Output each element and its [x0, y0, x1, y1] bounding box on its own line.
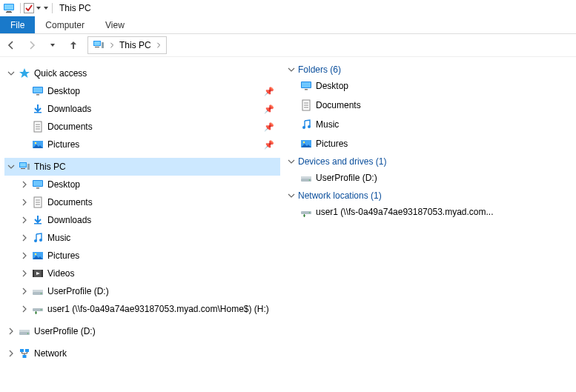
title-bar: This PC [0, 0, 576, 16]
chevron-down-icon [288, 192, 298, 199]
separator [20, 3, 21, 13]
tab-view[interactable]: View [95, 16, 135, 33]
qat-customize-icon[interactable] [42, 3, 50, 13]
content-pane: Folders (6) Desktop Documents Music Pict… [282, 57, 576, 392]
tree-item-downloads[interactable]: Downloads 📌 [18, 100, 280, 118]
tree-label: UserProfile (D:) [47, 286, 109, 296]
tab-file[interactable]: File [0, 16, 35, 33]
item-label: Desktop [316, 81, 348, 91]
chevron-right-icon[interactable] [21, 270, 31, 277]
item-label: user1 (\\fs-0a49a74ae93187053.myad.com..… [316, 207, 493, 217]
desktop-icon [31, 179, 44, 190]
tree-item-videos[interactable]: Videos [18, 265, 280, 282]
item-label: Music [316, 119, 339, 130]
tree-network[interactable]: Network [4, 345, 280, 362]
tree-item-desktop[interactable]: Desktop [18, 176, 280, 193]
forward-button[interactable] [25, 39, 39, 52]
pin-icon: 📌 [264, 122, 274, 132]
tree-item-desktop[interactable]: Desktop 📌 [18, 82, 280, 100]
pin-icon: 📌 [264, 87, 274, 96]
chevron-down-icon[interactable] [7, 163, 18, 170]
tree-item-documents[interactable]: Documents [18, 193, 280, 211]
tree-quick-access[interactable]: Quick access [4, 64, 280, 82]
tree-item-pictures[interactable]: Pictures 📌 [18, 136, 280, 153]
tree-item-pictures[interactable]: Pictures [18, 247, 280, 265]
navigation-pane: Quick access Desktop 📌 Downloads 📌 Docum… [0, 57, 282, 392]
item-network-drive[interactable]: user1 (\\fs-0a49a74ae93187053.myad.com..… [299, 204, 493, 220]
tree-label: Desktop [47, 86, 80, 96]
downloads-icon [31, 103, 44, 115]
group-label: Devices and drives (1) [298, 156, 386, 167]
chevron-right-icon[interactable] [21, 305, 31, 313]
drive-icon [31, 285, 44, 297]
qat-properties-icon[interactable] [23, 2, 35, 14]
music-icon [299, 119, 313, 130]
videos-icon [31, 268, 44, 279]
item-label: Documents [316, 100, 361, 110]
group-label: Network locations (1) [298, 190, 382, 201]
pin-icon: 📌 [264, 104, 274, 114]
tree-this-pc[interactable]: This PC [4, 158, 280, 176]
app-icon [3, 2, 15, 14]
tree-label: user1 (\\fs-0a49a74ae93187053.myad.com\H… [47, 304, 269, 314]
chevron-right-icon[interactable] [21, 199, 31, 206]
chevron-right-icon[interactable] [21, 252, 31, 259]
chevron-right-icon[interactable] [7, 328, 18, 335]
music-icon [31, 232, 44, 244]
pc-icon [18, 161, 31, 173]
up-button[interactable] [67, 39, 80, 52]
tree-item-music[interactable]: Music [18, 229, 280, 247]
pictures-icon [31, 250, 44, 262]
item-pictures[interactable]: Pictures [299, 136, 470, 152]
item-documents[interactable]: Documents [299, 97, 470, 113]
item-drive-d[interactable]: UserProfile (D:) [299, 170, 470, 186]
address-bar[interactable]: This PC [87, 36, 167, 54]
tree-item-downloads[interactable]: Downloads [18, 211, 280, 229]
separator [52, 3, 53, 13]
tree-label: Pictures [47, 139, 79, 150]
tree-userprofile[interactable]: UserProfile (D:) [4, 322, 280, 340]
group-label: Folders (6) [298, 64, 341, 75]
tree-item-drive-h[interactable]: user1 (\\fs-0a49a74ae93187053.myad.com\H… [18, 300, 280, 318]
chevron-right-icon[interactable] [109, 42, 115, 48]
item-label: UserProfile (D:) [316, 173, 377, 183]
tree-label: Quick access [34, 68, 87, 79]
qat-dropdown-icon[interactable] [35, 3, 42, 13]
chevron-down-icon[interactable] [7, 70, 18, 77]
tree-label: Videos [47, 268, 74, 279]
tree-label: This PC [34, 162, 66, 172]
network-icon [18, 348, 31, 359]
drive-icon [299, 172, 313, 184]
tree-label: Documents [47, 197, 93, 207]
pin-icon: 📌 [264, 140, 274, 150]
tree-item-documents[interactable]: Documents 📌 [18, 118, 280, 136]
chevron-right-icon[interactable] [21, 288, 31, 295]
documents-icon [299, 99, 313, 111]
chevron-right-icon[interactable] [156, 42, 162, 48]
group-network-header[interactable]: Network locations (1) [288, 190, 570, 201]
chevron-right-icon[interactable] [7, 350, 18, 357]
downloads-icon [31, 214, 44, 226]
tree-item-drive-d[interactable]: UserProfile (D:) [18, 282, 280, 300]
tree-label: Desktop [47, 179, 80, 190]
tree-label: Network [34, 348, 67, 359]
tab-computer[interactable]: Computer [35, 16, 95, 33]
network-drive-icon [299, 206, 313, 218]
chevron-right-icon[interactable] [21, 181, 31, 188]
tree-label: Downloads [47, 104, 91, 114]
item-desktop[interactable]: Desktop [299, 78, 470, 94]
chevron-right-icon[interactable] [21, 216, 31, 224]
group-drives-header[interactable]: Devices and drives (1) [288, 156, 570, 167]
group-folders-header[interactable]: Folders (6) [288, 64, 570, 75]
tree-label: UserProfile (D:) [34, 326, 96, 336]
documents-icon [31, 196, 44, 208]
documents-icon [31, 121, 44, 133]
breadcrumb-location[interactable]: This PC [119, 40, 151, 50]
item-label: Pictures [316, 139, 348, 149]
desktop-icon [299, 80, 313, 92]
item-music[interactable]: Music [299, 116, 470, 133]
recent-dropdown-icon[interactable] [46, 39, 59, 52]
back-button[interactable] [4, 39, 18, 52]
desktop-icon [31, 85, 44, 97]
chevron-right-icon[interactable] [21, 234, 31, 242]
